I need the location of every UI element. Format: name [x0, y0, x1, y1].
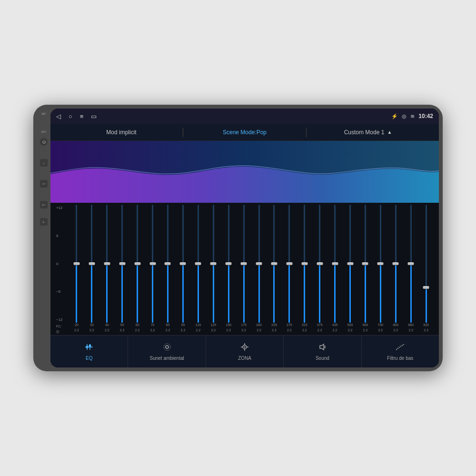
slider-fill-9 [213, 264, 214, 323]
slider-col-3[interactable] [115, 205, 129, 323]
vol-up-button[interactable]: 4+ [40, 201, 48, 208]
nav-item-ambient[interactable]: Sunet ambiental [128, 336, 206, 367]
slider-thumb-7[interactable] [180, 262, 186, 265]
q-label-19: 2.2 [358, 325, 373, 333]
slider-fill-2 [106, 264, 108, 323]
slider-thumb-9[interactable] [210, 262, 217, 265]
slider-thumb-13[interactable] [271, 262, 277, 265]
slider-thumb-1[interactable] [89, 262, 95, 265]
slider-fill-11 [243, 264, 245, 323]
slider-thumb-10[interactable] [226, 262, 232, 265]
mode-bar: Mod implicit Scene Mode:Pop Custom Mode … [50, 124, 439, 141]
nav-item-bass[interactable]: Filtru de bas [362, 336, 439, 367]
q-label-23: 2.2 [419, 325, 433, 333]
nav-back-icon[interactable]: ◁ [56, 113, 61, 120]
slider-col-0[interactable] [69, 205, 84, 323]
slider-thumb-23[interactable] [423, 286, 429, 289]
slider-thumb-4[interactable] [134, 262, 140, 265]
slider-fill-3 [121, 264, 123, 323]
slider-col-13[interactable] [267, 205, 281, 323]
mode-right[interactable]: Custom Mode 1 ▲ [307, 129, 429, 136]
slider-thumb-18[interactable] [347, 262, 353, 265]
fc-label: FC: [56, 325, 69, 328]
slider-thumb-14[interactable] [286, 262, 292, 265]
clock: 10:42 [418, 113, 433, 119]
slider-thumb-15[interactable] [301, 262, 307, 265]
slider-col-8[interactable] [191, 205, 205, 323]
slider-col-21[interactable] [388, 205, 403, 323]
q-label-10: 2.2 [221, 325, 236, 333]
slider-col-12[interactable] [252, 205, 266, 323]
nav-recent-icon[interactable]: ▭ [91, 113, 97, 120]
slider-col-20[interactable] [373, 205, 387, 323]
q-label-12: 2.2 [252, 325, 266, 333]
slider-thumb-17[interactable] [332, 262, 338, 265]
zona-label: ZONA [238, 356, 251, 361]
slider-thumb-22[interactable] [408, 262, 414, 265]
slider-thumb-16[interactable] [317, 262, 323, 265]
slider-col-14[interactable] [282, 205, 297, 323]
vol-down-button[interactable]: 4- [40, 218, 48, 226]
nav-menu-icon[interactable]: ≡ [80, 113, 84, 120]
scale-neg6: −6 [56, 289, 69, 294]
svg-point-3 [86, 346, 89, 348]
slider-thumb-21[interactable] [393, 262, 399, 265]
slider-fill-4 [137, 264, 138, 323]
slider-col-16[interactable] [313, 205, 327, 323]
nav-icons: ◁ ○ ≡ ▭ [56, 113, 391, 120]
slider-thumb-6[interactable] [165, 262, 171, 265]
scale-neg12: −12 [56, 317, 69, 322]
eq-sliders-container: +12 6 0 −6 −12 FC: Q: [50, 203, 439, 335]
slider-fill-0 [76, 264, 77, 323]
slider-thumb-0[interactable] [73, 262, 79, 265]
home-button[interactable]: ⌂ [40, 159, 48, 167]
slider-col-17[interactable] [328, 205, 342, 323]
slider-fill-10 [228, 264, 229, 323]
q-label-1: 2.2 [85, 325, 99, 333]
mode-left[interactable]: Mod implicit [60, 129, 183, 136]
slider-col-6[interactable] [161, 205, 175, 323]
bottom-nav: EQ Sunet ambiental [50, 335, 439, 367]
slider-thumb-2[interactable] [104, 262, 110, 265]
screen: ◁ ○ ≡ ▭ ⚡ ◎ ≋ 10:42 Mod implicit Scene M… [50, 109, 439, 367]
nav-home-icon[interactable]: ○ [69, 113, 72, 120]
mode-center[interactable]: Scene Mode:Pop [183, 129, 306, 136]
slider-col-7[interactable] [176, 205, 190, 323]
slider-col-11[interactable] [237, 205, 251, 323]
slider-thumb-20[interactable] [377, 262, 384, 265]
slider-col-1[interactable] [85, 205, 99, 323]
slider-thumb-12[interactable] [256, 262, 262, 265]
nav-item-sound[interactable]: Sound [284, 336, 361, 367]
slider-col-5[interactable] [146, 205, 160, 323]
slider-fill-7 [182, 264, 184, 323]
slider-fill-18 [349, 264, 351, 323]
slider-col-23[interactable] [419, 205, 433, 323]
power-button[interactable]: ⏻ [40, 138, 48, 146]
slider-col-15[interactable] [298, 205, 312, 323]
slider-col-9[interactable] [206, 205, 220, 323]
slider-thumb-19[interactable] [362, 262, 368, 265]
nav-item-eq[interactable]: EQ [50, 336, 128, 367]
back-side-button[interactable]: ↩ [40, 180, 48, 188]
q-label-5: 2.2 [146, 325, 160, 333]
slider-fill-20 [380, 264, 381, 323]
bluetooth-icon: ⚡ [391, 113, 398, 119]
q-label-11: 2.2 [237, 325, 251, 333]
slider-col-4[interactable] [130, 205, 145, 323]
main-content: Mod implicit Scene Mode:Pop Custom Mode … [50, 124, 439, 367]
slider-col-19[interactable] [358, 205, 373, 323]
slider-col-10[interactable] [221, 205, 236, 323]
slider-thumb-5[interactable] [149, 262, 156, 265]
slider-thumb-8[interactable] [195, 262, 201, 265]
slider-col-18[interactable] [343, 205, 357, 323]
slider-fill-14 [288, 264, 290, 323]
location-icon: ◎ [402, 113, 407, 119]
q-label-15: 2.2 [298, 325, 312, 333]
q-label-21: 2.2 [388, 325, 403, 333]
slider-col-2[interactable] [100, 205, 114, 323]
slider-col-22[interactable] [404, 205, 418, 323]
q-label-9: 2.2 [206, 325, 220, 333]
slider-thumb-11[interactable] [241, 262, 247, 265]
slider-thumb-3[interactable] [119, 262, 125, 265]
nav-item-zona[interactable]: ZONA [206, 336, 284, 367]
